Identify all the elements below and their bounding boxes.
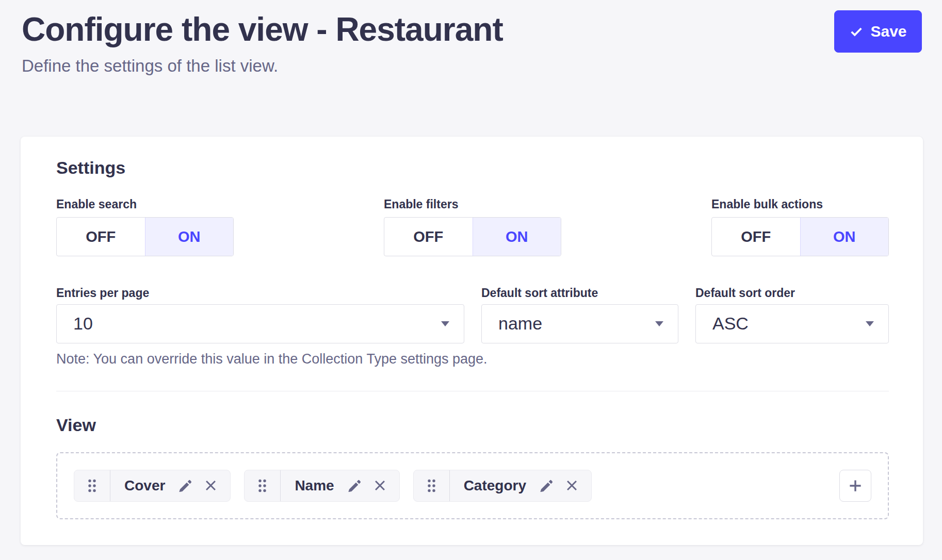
drag-handle-icon[interactable] (414, 470, 450, 501)
chip-label: Category (464, 477, 526, 494)
default-sort-attribute-field: Default sort attribute name (481, 286, 678, 343)
caret-down-icon (866, 321, 874, 326)
remove-x-icon[interactable] (565, 479, 579, 492)
page-subtitle: Define the settings of the list view. (22, 56, 278, 76)
enable-bulk-actions-field: Enable bulk actions OFF ON (711, 197, 889, 257)
page-title: Configure the view - Restaurant (22, 11, 503, 47)
edit-pencil-icon[interactable] (178, 478, 193, 493)
default-sort-order-select[interactable]: ASC (695, 304, 889, 343)
select-value: name (498, 314, 542, 334)
default-sort-order-label: Default sort order (695, 286, 889, 301)
edit-pencil-icon[interactable] (539, 478, 555, 493)
caret-down-icon (441, 321, 449, 326)
default-sort-attribute-select[interactable]: name (481, 304, 678, 343)
enable-search-toggle[interactable]: OFF ON (56, 217, 234, 256)
add-field-button[interactable] (839, 470, 871, 502)
entries-per-page-select[interactable]: 10 (56, 304, 464, 343)
enable-filters-toggle[interactable]: OFF ON (384, 217, 561, 256)
enable-filters-field: Enable filters OFF ON (384, 197, 561, 257)
enable-bulk-actions-label: Enable bulk actions (711, 197, 889, 212)
caret-down-icon (655, 321, 663, 326)
toggle-row: Enable search OFF ON Enable filters OFF … (56, 197, 889, 257)
entries-per-page-note: Note: You can override this value in the… (56, 351, 889, 367)
save-button-label: Save (870, 23, 906, 40)
save-button[interactable]: Save (834, 10, 922, 53)
entries-per-page-field: Entries per page 10 (56, 286, 464, 343)
default-sort-attribute-label: Default sort attribute (481, 286, 678, 301)
view-field-chip-category[interactable]: Category (413, 470, 592, 502)
select-value: 10 (73, 314, 93, 334)
enable-search-field: Enable search OFF ON (56, 197, 234, 257)
toggle-on-option[interactable]: ON (473, 218, 561, 256)
settings-section-heading: Settings (56, 157, 889, 178)
drag-handle-icon[interactable] (245, 470, 281, 501)
edit-pencil-icon[interactable] (347, 478, 363, 493)
toggle-on-option[interactable]: ON (800, 218, 889, 256)
toggle-on-option[interactable]: ON (145, 218, 234, 256)
drag-handle-icon[interactable] (74, 470, 110, 501)
remove-x-icon[interactable] (373, 479, 387, 492)
select-value: ASC (712, 314, 749, 334)
toggle-off-option[interactable]: OFF (712, 218, 800, 256)
configure-view-page: Configure the view - Restaurant Define t… (0, 0, 942, 560)
entries-per-page-label: Entries per page (56, 286, 464, 301)
remove-x-icon[interactable] (204, 479, 218, 492)
section-divider (56, 391, 889, 391)
enable-bulk-actions-toggle[interactable]: OFF ON (711, 217, 889, 256)
view-field-chip-name[interactable]: Name (244, 470, 399, 502)
toggle-off-option[interactable]: OFF (57, 218, 145, 256)
enable-filters-label: Enable filters (384, 197, 561, 212)
view-fields-dropzone: Cover (56, 452, 889, 519)
select-row: Entries per page 10 Default sort attribu… (56, 286, 889, 343)
default-sort-order-field: Default sort order ASC (695, 286, 889, 343)
plus-icon (847, 477, 864, 495)
check-icon (849, 24, 864, 39)
chip-label: Cover (124, 477, 165, 494)
settings-card: Settings Enable search OFF ON Enable fil… (21, 137, 923, 545)
chip-label: Name (295, 477, 334, 494)
enable-search-label: Enable search (56, 197, 234, 212)
view-section-heading: View (56, 415, 889, 436)
view-field-chip-cover[interactable]: Cover (74, 470, 231, 502)
toggle-off-option[interactable]: OFF (384, 218, 473, 256)
